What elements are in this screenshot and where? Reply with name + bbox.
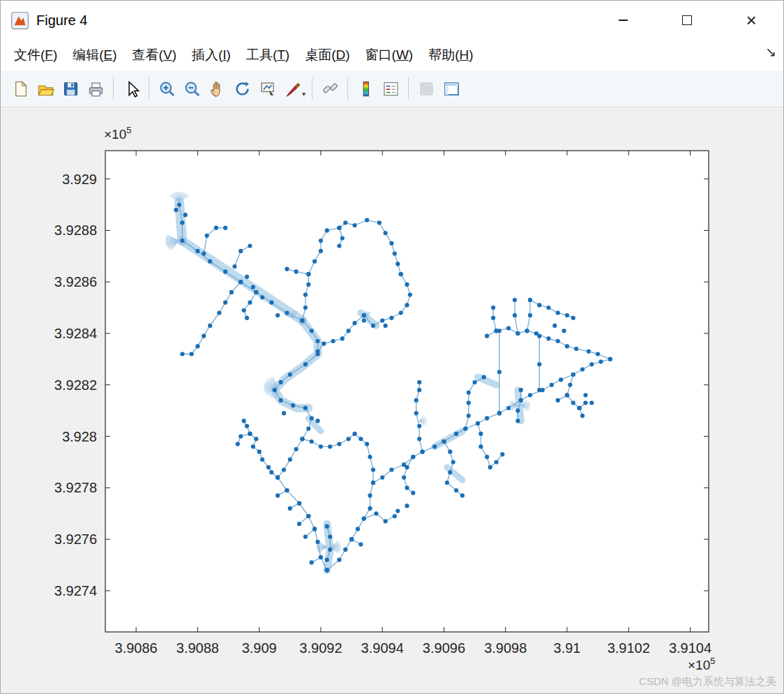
colorbar-icon	[356, 80, 375, 98]
menubar: 文件(F)编辑(E)查看(V)插入(I)工具(T)桌面(D)窗口(W)帮助(H)…	[1, 40, 783, 70]
network-node	[337, 558, 341, 562]
network-node	[245, 424, 249, 428]
network-node	[195, 344, 199, 348]
network-node	[578, 406, 582, 410]
hide-plot-tools-button[interactable]	[414, 75, 439, 102]
printer-icon	[86, 80, 105, 98]
close-button[interactable]: ×	[719, 1, 783, 40]
x-axis-multiplier: ×105	[688, 656, 715, 672]
network-node	[312, 259, 317, 264]
network-node	[550, 383, 554, 387]
link-plot-button[interactable]	[317, 75, 342, 102]
network-node	[460, 493, 465, 497]
new-document-icon	[11, 80, 30, 98]
network-node	[248, 432, 252, 436]
network-node	[598, 360, 603, 364]
network-node	[368, 493, 372, 497]
network-node	[417, 424, 421, 428]
menu-item-help[interactable]: 帮助(H)	[421, 43, 481, 68]
print-figure-button[interactable]	[83, 75, 108, 102]
network-node	[337, 226, 341, 230]
menu-item-edit[interactable]: 编辑(E)	[65, 43, 124, 68]
network-node	[368, 455, 372, 459]
network-node	[257, 450, 262, 454]
network-node	[328, 548, 332, 552]
network-node	[432, 444, 437, 448]
menu-item-tools[interactable]: 工具(T)	[239, 43, 297, 68]
y-tick-label: 3.9274	[54, 583, 97, 598]
network-node	[195, 249, 199, 253]
edit-plot-button[interactable]	[119, 75, 144, 102]
network-node	[399, 272, 403, 276]
minimize-button[interactable]	[591, 1, 655, 40]
network-node	[384, 519, 388, 523]
network-node	[497, 370, 502, 374]
network-node	[389, 467, 393, 472]
plot-area[interactable]: 3.90863.90883.9093.90923.90943.90963.909…	[1, 107, 784, 694]
network-node	[371, 324, 375, 328]
axes-background[interactable]	[105, 151, 709, 632]
zoom-out-icon	[183, 80, 202, 98]
menu-item-desktop[interactable]: 桌面(D)	[297, 43, 357, 68]
x-tick-label: 3.9086	[115, 640, 158, 656]
show-plot-tools-button[interactable]	[439, 75, 464, 102]
network-node	[294, 447, 299, 451]
menu-item-window[interactable]: 窗口(W)	[358, 43, 421, 68]
network-node	[359, 542, 363, 546]
network-node	[306, 272, 310, 276]
network-node	[328, 534, 332, 538]
new-figure-button[interactable]	[8, 75, 33, 102]
insert-legend-button[interactable]	[378, 75, 403, 102]
rotate-3d-button[interactable]	[229, 75, 255, 102]
toolbar-separator	[149, 77, 149, 100]
network-node	[528, 393, 532, 397]
network-node	[500, 452, 504, 456]
network-node	[276, 476, 280, 480]
network-node	[587, 349, 591, 354]
network-node	[349, 537, 354, 541]
brush-data-button[interactable]	[280, 75, 305, 102]
maximize-button[interactable]	[655, 1, 719, 40]
network-node	[546, 305, 550, 310]
insert-colorbar-button[interactable]	[353, 75, 378, 102]
network-node	[395, 509, 400, 513]
network-node	[454, 432, 458, 436]
network-node	[384, 324, 388, 328]
zoom-in-button[interactable]	[154, 75, 179, 102]
network-node	[312, 527, 317, 531]
pan-button[interactable]	[204, 75, 229, 102]
menu-item-file[interactable]: 文件(F)	[6, 43, 65, 68]
data-cursor-button[interactable]	[255, 75, 280, 102]
network-node	[448, 470, 452, 474]
network-node	[174, 208, 178, 212]
network-node	[202, 334, 206, 338]
menu-item-view[interactable]: 查看(V)	[125, 43, 184, 68]
network-node	[300, 437, 304, 441]
network-node	[306, 514, 310, 518]
network-node	[454, 488, 458, 492]
network-node	[513, 313, 517, 317]
open-file-button[interactable]	[33, 75, 58, 102]
rotate-3d-icon	[233, 80, 252, 98]
save-figure-button[interactable]	[58, 75, 83, 102]
network-node	[239, 435, 243, 439]
network-node	[254, 290, 258, 294]
network-node	[494, 329, 498, 333]
menu-item-insert[interactable]: 插入(I)	[184, 43, 239, 68]
network-node	[389, 241, 393, 246]
network-node	[515, 331, 520, 335]
network-node	[217, 310, 221, 315]
network-node	[467, 391, 471, 395]
toolbar-separator	[408, 77, 409, 100]
zoom-out-button[interactable]	[179, 75, 204, 102]
network-node	[347, 329, 351, 333]
x-tick-label: 3.91	[554, 640, 581, 656]
y-tick-label: 3.9286	[54, 274, 97, 289]
dock-figure-icon[interactable]: ↘	[765, 44, 776, 60]
network-node	[325, 228, 329, 232]
network-node	[245, 275, 249, 279]
network-node	[580, 414, 585, 418]
network-node	[525, 329, 529, 333]
network-node	[297, 501, 301, 505]
network-node	[269, 301, 273, 305]
